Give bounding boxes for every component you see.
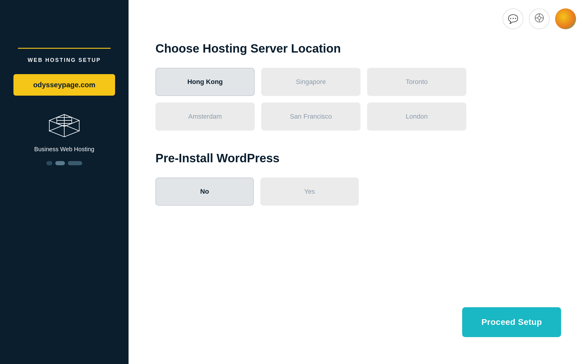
- wp-option-no[interactable]: No: [155, 178, 254, 206]
- svg-point-16: [538, 16, 541, 19]
- domain-badge: odysseypage.com: [13, 74, 115, 96]
- step-2: [55, 161, 65, 165]
- svg-line-10: [64, 123, 72, 126]
- main-content: 💬 Choose Hosting Server Location Hong Ko…: [129, 0, 588, 364]
- wp-option-yes[interactable]: Yes: [260, 178, 359, 206]
- location-grid: Hong Kong Singapore Toronto Amsterdam Sa…: [155, 68, 466, 131]
- location-section: Choose Hosting Server Location Hong Kong…: [155, 42, 561, 152]
- sidebar-steps: [46, 161, 82, 165]
- help-icon: [534, 13, 544, 25]
- product-logo-icon: [43, 110, 85, 140]
- topbar: 💬: [491, 0, 588, 38]
- user-avatar-button[interactable]: [555, 8, 576, 29]
- sidebar-accent-line: [18, 48, 111, 49]
- chat-icon: 💬: [508, 14, 518, 24]
- wordpress-section: Pre-Install WordPress No Yes: [155, 152, 561, 206]
- wordpress-options-grid: No Yes: [155, 178, 359, 206]
- help-button[interactable]: [529, 8, 550, 29]
- chat-button[interactable]: 💬: [503, 8, 523, 29]
- location-singapore[interactable]: Singapore: [261, 68, 361, 96]
- sidebar-setup-title: WEB HOSTING SETUP: [28, 57, 101, 63]
- location-toronto[interactable]: Toronto: [367, 68, 466, 96]
- proceed-setup-button[interactable]: Proceed Setup: [462, 307, 561, 337]
- svg-line-9: [57, 123, 64, 126]
- step-1: [46, 161, 52, 165]
- location-amsterdam[interactable]: Amsterdam: [155, 103, 255, 131]
- location-hong-kong[interactable]: Hong Kong: [155, 68, 255, 96]
- location-london[interactable]: London: [367, 103, 466, 131]
- sidebar: WEB HOSTING SETUP odysseypage.com: [0, 0, 129, 364]
- svg-line-6: [64, 114, 72, 117]
- domain-text: odysseypage.com: [33, 81, 95, 89]
- step-3: [68, 161, 82, 165]
- wordpress-section-title: Pre-Install WordPress: [155, 152, 561, 165]
- location-san-francisco[interactable]: San Francisco: [261, 103, 361, 131]
- sidebar-logo-area: Business Web Hosting: [34, 110, 94, 153]
- svg-line-5: [57, 114, 64, 117]
- location-section-title: Choose Hosting Server Location: [155, 42, 561, 55]
- product-label: Business Web Hosting: [34, 146, 94, 153]
